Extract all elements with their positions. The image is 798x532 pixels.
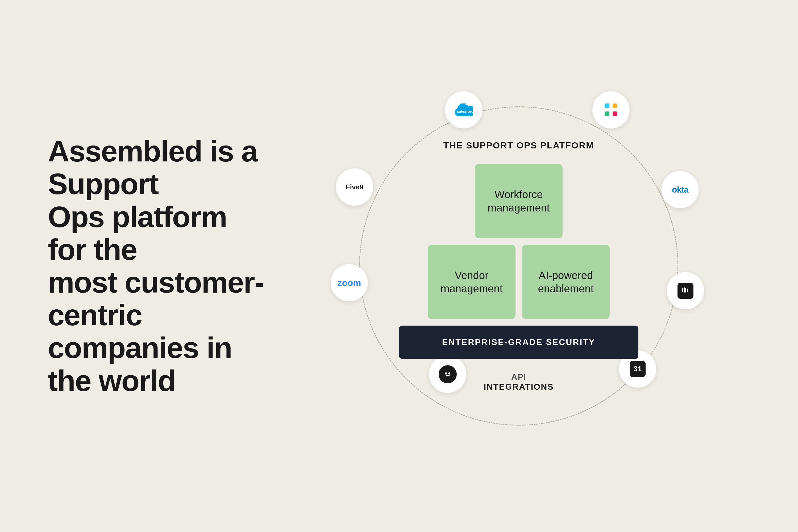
headline: Assembled is a Support Ops platform for … [48,135,266,397]
page-container: Assembled is a Support Ops platform for … [0,0,798,532]
blocks-area: Workforce management Vendor management A… [399,164,639,359]
five9-icon: Five9 [336,168,373,206]
svg-text:salesforce: salesforce [457,109,473,114]
okta-label: okta [672,185,688,195]
headline-line3: most customer-centric [48,266,264,332]
left-section: Assembled is a Support Ops platform for … [48,135,287,397]
salesforce-icon: salesforce [445,91,482,129]
vendor-label: Vendor management [440,269,502,295]
svg-rect-9 [687,289,688,292]
platform-label: THE SUPPORT OPS PLATFORM [443,140,594,151]
intercom-icon [667,272,704,309]
security-bar: ENTERPRISE-GRADE SECURITY [399,326,639,359]
bottom-blocks-row: Vendor management AI-powered enablement [428,245,610,319]
diagram-wrapper: salesforce okta [332,40,705,492]
ai-label: AI-powered enablement [538,269,593,295]
workforce-label: Workforce management [488,188,550,214]
svg-rect-2 [605,111,609,116]
api-integrations-area: API INTEGRATIONS [483,372,554,392]
zoom-icon: zoom [331,264,368,301]
headline-line1: Assembled is a Support [48,135,258,201]
svg-rect-8 [685,288,686,292]
five9-label: Five9 [346,183,364,191]
integrations-label: INTEGRATIONS [483,382,554,392]
workforce-block: Workforce management [475,164,563,238]
headline-line4: companies in the world [48,331,232,397]
svg-rect-3 [613,103,618,108]
svg-rect-1 [605,103,609,108]
zoom-label: zoom [338,278,361,288]
svg-rect-4 [613,111,618,116]
api-label: API [483,372,554,382]
top-block-row: Workforce management [475,164,563,238]
headline-line2: Ops platform for the [48,200,227,266]
svg-rect-6 [682,288,683,292]
ai-block: AI-powered enablement [522,245,610,319]
vendor-block: Vendor management [428,245,515,319]
right-section: salesforce okta [287,40,750,492]
okta-icon: okta [662,171,699,208]
svg-rect-7 [684,287,685,292]
platform-center: THE SUPPORT OPS PLATFORM Workforce manag… [399,140,639,392]
slack-icon [592,91,630,129]
